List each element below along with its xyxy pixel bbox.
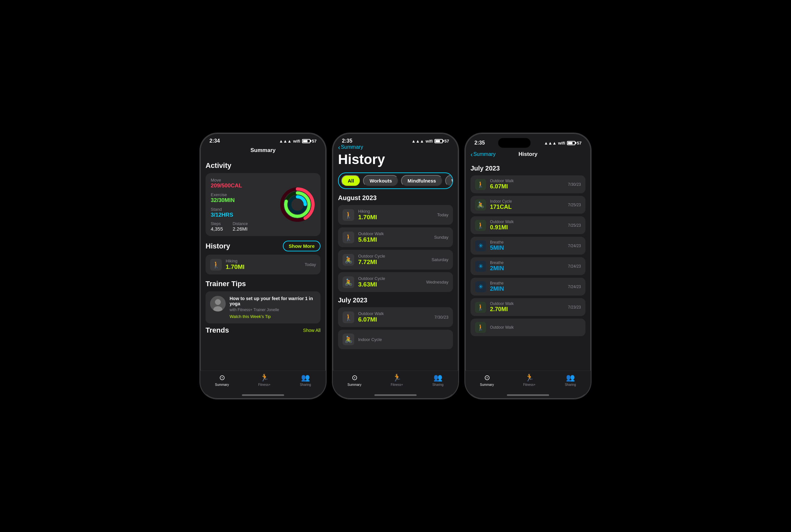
history-item-1[interactable]: 🚶 Hiking 1.70MI Today xyxy=(206,254,321,274)
battery-icon xyxy=(302,139,310,143)
p3-item-2[interactable]: 🚴 Indoor Cycle 171CAL 7/25/23 xyxy=(470,196,585,214)
phone2-content[interactable]: History All Workouts Mindfulness W Augus… xyxy=(333,150,458,370)
stand-label: Stand xyxy=(211,207,279,212)
p3-info-4: Breathe 5MIN xyxy=(490,240,564,251)
fitness-tab-icon-2: 🏃 xyxy=(392,374,401,382)
nav-back-label-2: Summary xyxy=(341,144,363,150)
tab-label-fitness-1: Fitness+ xyxy=(258,383,270,386)
p3-item-5[interactable]: ✳ Breathe 2MIN 7/24/23 xyxy=(470,257,585,275)
p3-date-4: 7/24/23 xyxy=(568,244,581,248)
trainer-text: How to set up your feet for warrior 1 in… xyxy=(230,296,316,319)
aug-date-2: Sunday xyxy=(434,235,448,240)
p3-date-3: 7/25/23 xyxy=(568,223,581,228)
tab-sharing-3[interactable]: 👥 Sharing xyxy=(565,374,576,386)
aug-type-2: Outdoor Walk xyxy=(358,231,430,236)
move-stat: Move 209/500CAL xyxy=(211,178,279,189)
month-july-3: July 2023 xyxy=(470,165,585,172)
p3-icon-1: 🚶 xyxy=(475,179,486,190)
nav-back-2[interactable]: ‹ Summary xyxy=(338,144,363,151)
jul-item-1[interactable]: 🚶 Outdoor Walk 6.07MI 7/30/23 xyxy=(338,307,453,327)
tab-label-summary-2: Summary xyxy=(347,383,361,386)
tab-fitness-1[interactable]: 🏃 Fitness+ xyxy=(258,374,270,386)
history-title: History xyxy=(206,242,230,250)
show-more-button[interactable]: Show More xyxy=(283,241,321,251)
back-arrow-3: ‹ xyxy=(470,151,473,158)
tab-fitness-3[interactable]: 🏃 Fitness+ xyxy=(523,374,536,386)
signal-icon-3: ▲▲▲ xyxy=(544,140,557,146)
tab-summary-2[interactable]: ⊙ Summary xyxy=(347,374,361,386)
aug-info-2: Outdoor Walk 5.61MI xyxy=(358,231,430,243)
trainer-card[interactable]: How to set up your feet for warrior 1 in… xyxy=(206,291,321,323)
p3-item-7[interactable]: 🚶 Outdoor Walk 2.70MI 7/23/23 xyxy=(470,298,585,316)
tab-bar-3: ⊙ Summary 🏃 Fitness+ 👥 Sharing xyxy=(465,370,591,394)
history-header: History Show More xyxy=(206,241,321,251)
steps-label: Steps xyxy=(211,222,223,226)
history-page-title: History xyxy=(338,150,453,167)
p3-item-4[interactable]: ✳ Breathe 5MIN 7/24/23 xyxy=(470,237,585,254)
filter-all[interactable]: All xyxy=(341,175,361,186)
p3-date-2: 7/25/23 xyxy=(568,203,581,207)
trainer-avatar xyxy=(210,296,226,311)
p3-info-2: Indoor Cycle 171CAL xyxy=(490,199,564,210)
svg-point-8 xyxy=(215,299,221,305)
filter-workouts[interactable]: Workouts xyxy=(363,175,399,186)
p3-type-2: Indoor Cycle xyxy=(490,199,564,204)
trends-show[interactable]: Show All xyxy=(303,328,321,333)
p3-item-1[interactable]: 🚶 Outdoor Walk 6.07MI 7/30/23 xyxy=(470,175,585,193)
p3-item-8[interactable]: 🚶 Outdoor Walk xyxy=(470,319,585,336)
fitness-tab-icon: 🏃 xyxy=(260,374,269,382)
home-indicator-1 xyxy=(242,394,284,396)
jul-type-1: Outdoor Walk xyxy=(358,311,430,316)
jul-info-1: Outdoor Walk 6.07MI xyxy=(358,311,430,323)
aug-item-4[interactable]: 🚴 Outdoor Cycle 3.63MI Wednesday xyxy=(338,272,453,292)
exercise-value: 32/30MIN xyxy=(211,197,279,204)
p3-type-6: Breathe xyxy=(490,281,564,285)
p3-icon-2: 🚴 xyxy=(475,200,486,210)
battery-icon-3 xyxy=(567,141,575,145)
aug-info-1: Hiking 1.70MI xyxy=(358,209,433,221)
move-value: 209/500CAL xyxy=(211,183,279,189)
filter-mindfulness[interactable]: Mindfulness xyxy=(401,175,443,186)
trainer-link[interactable]: Watch this Week's Tip xyxy=(230,314,316,319)
tab-fitness-2[interactable]: 🏃 Fitness+ xyxy=(391,374,403,386)
workout-date-1: Today xyxy=(305,262,316,267)
p3-item-6[interactable]: ✳ Breathe 2MIN 7/24/23 xyxy=(470,278,585,296)
jul-item-2[interactable]: 🚴 Indoor Cycle xyxy=(338,330,453,349)
tab-sharing-1[interactable]: 👥 Sharing xyxy=(300,374,311,386)
aug-item-3[interactable]: 🚴 Outdoor Cycle 7.72MI Saturday xyxy=(338,250,453,270)
filter-w[interactable]: W xyxy=(445,175,453,186)
sharing-tab-icon-2: 👥 xyxy=(433,374,442,382)
back-arrow-2: ‹ xyxy=(338,144,340,151)
distance-label: Distance xyxy=(233,222,248,226)
aug-item-1[interactable]: 🚶 Hiking 1.70MI Today xyxy=(338,205,453,225)
status-icons-3: ▲▲▲ wifi 57 xyxy=(544,140,582,146)
distance-value: 2.26MI xyxy=(233,226,248,232)
p3-value-3: 0.91MI xyxy=(490,224,564,231)
phone1-content[interactable]: Activity Move 209/500CAL Exercise 32/30M… xyxy=(200,156,326,370)
steps-metric: Steps 4,355 xyxy=(211,222,223,232)
p3-date-1: 7/30/23 xyxy=(568,182,581,187)
p3-value-4: 5MIN xyxy=(490,245,564,251)
phone3-content[interactable]: July 2023 🚶 Outdoor Walk 6.07MI 7/30/23 … xyxy=(465,160,591,370)
p3-value-1: 6.07MI xyxy=(490,183,564,190)
p3-item-3[interactable]: 🚶 Outdoor Walk 0.91MI 7/25/23 xyxy=(470,216,585,234)
trends-title: Trends xyxy=(206,326,229,335)
p3-value-2: 171CAL xyxy=(490,204,564,210)
nav-back-3[interactable]: ‹ Summary xyxy=(470,151,496,158)
aug-date-4: Wednesday xyxy=(426,280,448,285)
tab-sharing-2[interactable]: 👥 Sharing xyxy=(432,374,443,386)
p3-date-5: 7/24/23 xyxy=(568,264,581,269)
aug-item-2[interactable]: 🚶 Outdoor Walk 5.61MI Sunday xyxy=(338,227,453,247)
wifi-icon-2: wifi xyxy=(426,139,433,144)
tab-label-fitness-3: Fitness+ xyxy=(523,383,536,386)
trainer-tip-sub: with Fitness+ Trainer Jonelle xyxy=(230,308,316,312)
move-label: Move xyxy=(211,178,279,183)
status-bar-1: 2:34 ▲▲▲ wifi 57 xyxy=(200,133,326,146)
nav-title-1: Summary xyxy=(250,147,275,154)
activity-bottom: Steps 4,355 Distance 2.26MI xyxy=(211,222,279,232)
tab-summary-1[interactable]: ⊙ Summary xyxy=(215,374,229,386)
dynamic-island xyxy=(498,138,530,148)
tab-summary-3[interactable]: ⊙ Summary xyxy=(480,374,494,386)
rings-svg xyxy=(279,187,315,223)
workout-value-1: 1.70MI xyxy=(226,263,301,270)
